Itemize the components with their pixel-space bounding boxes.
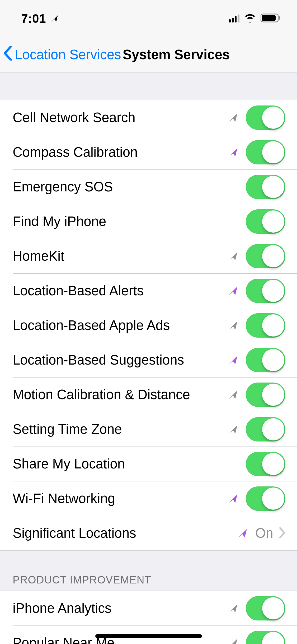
location-arrow-icon [228, 147, 238, 158]
row-label: Cell Network Search [13, 110, 228, 125]
nav-bar: Location Services System Services [0, 37, 297, 72]
location-arrow-icon [228, 493, 238, 504]
svg-rect-2 [279, 16, 280, 20]
location-arrow-icon [228, 603, 238, 614]
toggle-switch[interactable] [246, 452, 285, 476]
toggle-switch[interactable] [246, 244, 285, 268]
wifi-icon [244, 13, 256, 24]
toggle-knob [262, 632, 284, 644]
toggle-switch[interactable] [246, 417, 285, 441]
settings-row: Location-Based Suggestions [0, 343, 297, 377]
location-arrow-icon [228, 112, 238, 123]
chevron-left-icon [3, 46, 13, 64]
row-label: Significant Locations [13, 525, 237, 541]
settings-row: Wi-Fi Networking [0, 481, 297, 516]
toggle-switch[interactable] [246, 140, 285, 164]
settings-row: HomeKit [0, 239, 297, 273]
toggle-knob [262, 418, 284, 440]
row-label: Compass Calibration [13, 144, 228, 160]
toggle-switch[interactable] [246, 348, 285, 372]
toggle-switch[interactable] [246, 313, 285, 338]
status-bar: 7:01 [0, 0, 297, 37]
settings-row: Share My Location [0, 447, 297, 481]
row-value: On [255, 525, 273, 541]
row-label: Location-Based Alerts [13, 283, 228, 298]
location-arrow-icon [228, 251, 238, 261]
toggle-switch[interactable] [246, 209, 285, 234]
settings-row: Motion Calibration & Distance [0, 377, 297, 412]
row-label: Emergency SOS [13, 179, 228, 195]
battery-icon [261, 13, 281, 24]
toggle-knob [262, 141, 284, 163]
system-services-list: Cell Network SearchCompass CalibrationEm… [0, 100, 297, 551]
toggle-knob [262, 349, 284, 371]
settings-row: Cell Network Search [0, 100, 297, 135]
location-arrow-icon [228, 424, 238, 435]
home-indicator[interactable] [95, 634, 202, 638]
chevron-right-icon [279, 527, 285, 539]
settings-row: Setting Time Zone [0, 412, 297, 447]
section-spacer [0, 72, 297, 100]
row-label: HomeKit [13, 248, 228, 264]
settings-link-row[interactable]: Significant LocationsOn [0, 516, 297, 550]
toggle-switch[interactable] [246, 486, 285, 511]
row-label: Location-Based Apple Ads [13, 318, 228, 333]
cellular-signal-icon [229, 15, 239, 22]
toggle-knob [262, 453, 284, 475]
row-label: Setting Time Zone [13, 421, 228, 437]
status-right [229, 13, 281, 24]
toggle-knob [262, 245, 284, 267]
toggle-knob [262, 487, 284, 510]
toggle-knob [262, 210, 284, 233]
section-header-product-improvement: PRODUCT IMPROVEMENT [0, 551, 297, 591]
toggle-switch[interactable] [246, 175, 285, 199]
status-time: 7:01 [21, 11, 46, 26]
svg-rect-1 [262, 15, 276, 21]
location-arrow-icon [228, 320, 238, 331]
toggle-switch[interactable] [246, 105, 285, 130]
back-button-label: Location Services [15, 47, 121, 62]
toggle-switch[interactable] [246, 383, 285, 407]
row-label: Find My iPhone [13, 214, 228, 229]
toggle-switch[interactable] [246, 631, 285, 644]
settings-row: Emergency SOS [0, 169, 297, 204]
location-services-active-icon [51, 15, 59, 22]
toggle-knob [262, 176, 284, 198]
toggle-knob [262, 597, 284, 619]
settings-row: iPhone Analytics [0, 591, 297, 625]
row-label: Wi-Fi Networking [13, 491, 228, 506]
row-label: Share My Location [13, 456, 228, 472]
location-arrow-icon [228, 286, 238, 296]
toggle-knob [262, 314, 284, 337]
row-label: Motion Calibration & Distance [13, 387, 228, 402]
location-arrow-icon [237, 528, 248, 539]
toggle-knob [262, 107, 284, 129]
location-arrow-icon [228, 389, 238, 400]
settings-row: Compass Calibration [0, 135, 297, 169]
toggle-switch[interactable] [246, 596, 285, 620]
toggle-knob [262, 280, 284, 302]
settings-row: Location-Based Apple Ads [0, 308, 297, 343]
row-label: Location-Based Suggestions [13, 352, 228, 368]
row-label: iPhone Analytics [13, 600, 228, 616]
back-button[interactable]: Location Services [3, 46, 121, 64]
settings-row: Location-Based Alerts [0, 273, 297, 308]
location-arrow-icon [228, 355, 238, 365]
status-left: 7:01 [21, 11, 59, 26]
location-arrow-icon [228, 638, 238, 644]
settings-row: Find My iPhone [0, 204, 297, 239]
toggle-switch[interactable] [246, 279, 285, 303]
toggle-knob [262, 384, 284, 406]
